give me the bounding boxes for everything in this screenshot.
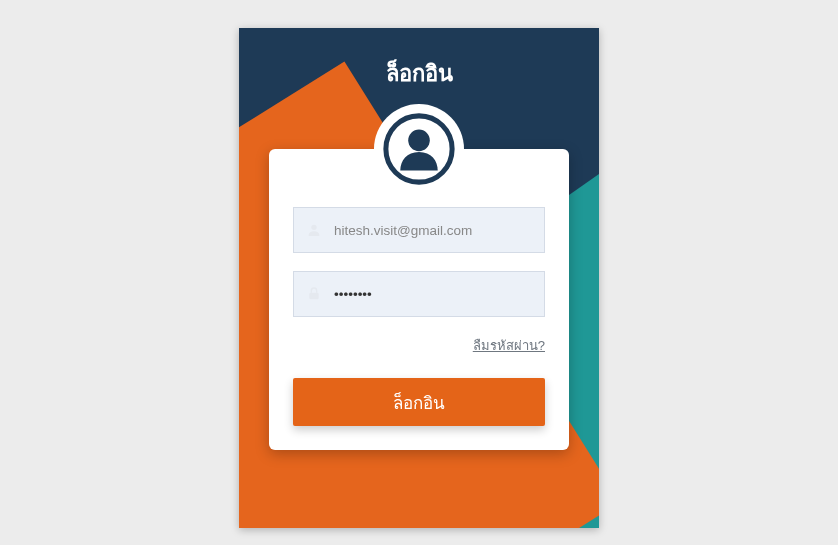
email-field-wrapper (293, 207, 545, 253)
password-input[interactable] (334, 272, 544, 316)
svg-point-1 (408, 130, 430, 152)
lock-icon (294, 286, 334, 302)
forgot-password-row: ลืมรหัสผ่าน? (293, 335, 545, 356)
svg-point-2 (311, 225, 316, 230)
email-input[interactable] (334, 208, 544, 252)
user-icon (294, 222, 334, 238)
user-circle-icon (383, 113, 455, 185)
password-field-wrapper (293, 271, 545, 317)
svg-rect-3 (309, 293, 318, 300)
login-card: ลืมรหัสผ่าน? ล็อกอิน (269, 149, 569, 450)
forgot-password-link[interactable]: ลืมรหัสผ่าน? (473, 338, 545, 353)
avatar (374, 104, 464, 194)
login-panel: ล็อกอิน (239, 28, 599, 528)
login-button[interactable]: ล็อกอิน (293, 378, 545, 426)
